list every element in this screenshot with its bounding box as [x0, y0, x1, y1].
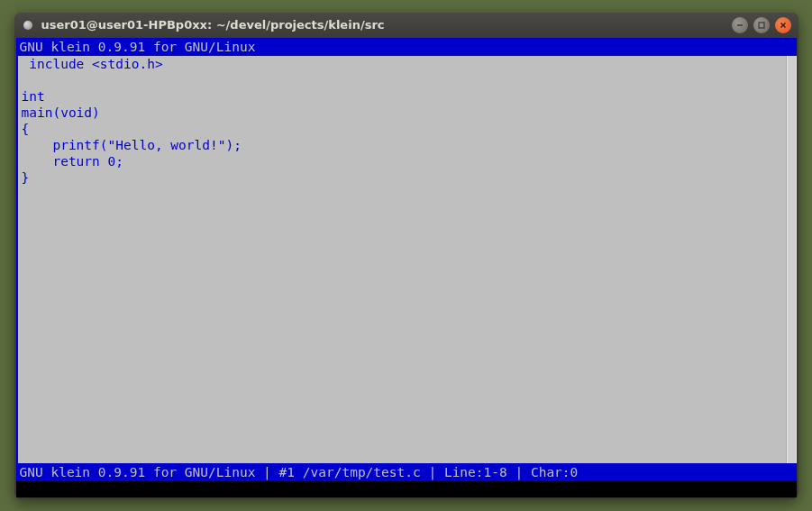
scrollbar-vertical[interactable]: [786, 56, 797, 463]
terminal-window: user01@user01-HPBp0xx: ~/devel/projects/…: [14, 13, 798, 499]
code-line: }: [22, 170, 30, 185]
editor-text-area[interactable]: include <stdio.h> int main(void) { print…: [18, 56, 795, 463]
code-line: main(void): [22, 105, 100, 120]
window-controls: [732, 17, 791, 33]
maximize-button[interactable]: [753, 17, 770, 33]
code-line: printf("Hello, world!");: [22, 138, 242, 152]
terminal-container: GNU klein 0.9.91 for GNU/Linux include <…: [16, 38, 797, 497]
window-title: user01@user01-HPBp0xx: ~/devel/projects/…: [41, 18, 732, 32]
editor-header: GNU klein 0.9.91 for GNU/Linux: [16, 38, 797, 56]
editor-status-bar: GNU klein 0.9.91 for GNU/Linux | #1 /var…: [16, 463, 797, 481]
terminal-body: include <stdio.h> int main(void) { print…: [16, 56, 797, 463]
command-line-area[interactable]: [16, 481, 797, 497]
close-button[interactable]: [775, 17, 791, 33]
code-line: return 0;: [22, 154, 124, 169]
window-titlebar[interactable]: user01@user01-HPBp0xx: ~/devel/projects/…: [14, 13, 798, 38]
app-icon: [22, 19, 34, 32]
code-line: int: [22, 89, 45, 104]
minimize-button[interactable]: [732, 17, 748, 33]
scrollbar-thumb[interactable]: [788, 56, 796, 463]
svg-rect-1: [759, 23, 764, 28]
code-line: {: [22, 122, 30, 136]
code-line: include <stdio.h>: [22, 57, 163, 71]
